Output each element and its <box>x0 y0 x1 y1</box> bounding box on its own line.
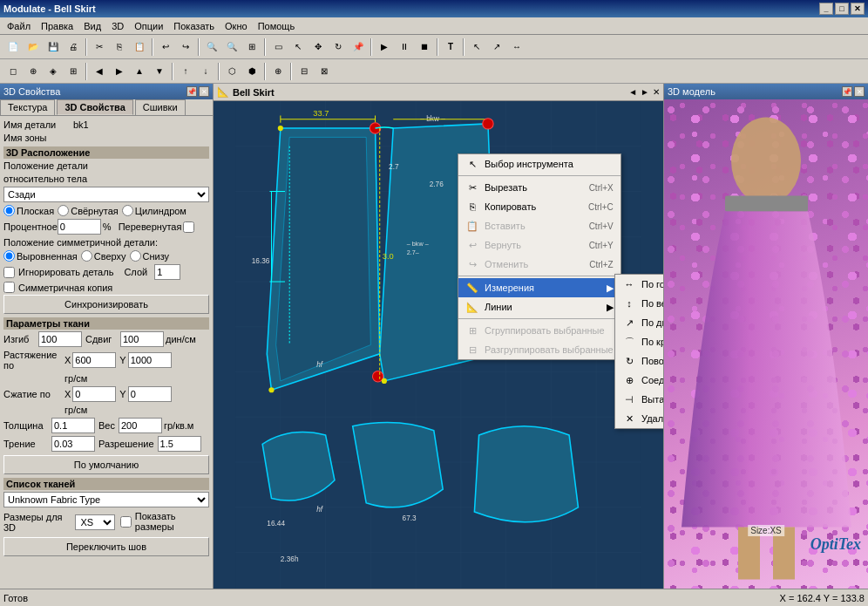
tb2-11[interactable]: ⬡ <box>222 62 241 81</box>
pattern-canvas-area[interactable]: 33.7 – bkw – 2.7 2.76 19.2 16.36 <box>214 101 663 589</box>
tab-seams[interactable]: Сшивки <box>135 99 186 115</box>
close-button[interactable]: ✕ <box>851 3 865 15</box>
submenu-diagonal[interactable]: ↗ По диагонали <box>615 313 663 332</box>
fabric-select[interactable]: Unknown Fabric Type Cotton Silk Polyeste… <box>3 492 209 507</box>
tab-3d-props[interactable]: 3D Свойства <box>57 99 132 115</box>
tb-arrow1[interactable]: ↖ <box>467 37 486 57</box>
nav-next-btn[interactable]: ► <box>641 87 649 97</box>
submenu-measure[interactable]: ↔ По горизонтали ↕ По вертикали ↗ По диа… <box>614 274 663 429</box>
switch-seam-button[interactable]: Переключить шов <box>3 537 209 556</box>
ctx-redo[interactable]: ↪ Отменить Ctrl+Z <box>458 255 620 274</box>
menu-view[interactable]: Вид <box>78 19 106 33</box>
ignore-checkbox[interactable] <box>3 267 15 278</box>
tb-redo[interactable]: ↪ <box>176 37 195 57</box>
submenu-curve[interactable]: ⌒ По кривой <box>615 332 663 351</box>
submenu-tuck[interactable]: ⊣ Вытачка <box>615 390 663 409</box>
ctx-lines[interactable]: 📐 Линии ▶ <box>458 297 620 317</box>
resolution-input[interactable] <box>158 436 201 452</box>
menu-3d[interactable]: 3D <box>106 19 129 33</box>
show-sizes-checkbox[interactable] <box>120 516 132 528</box>
tb-rect[interactable]: ▭ <box>268 37 288 57</box>
tab-texture[interactable]: Текстура <box>0 99 55 115</box>
percent-input[interactable] <box>58 219 101 235</box>
tb2-9[interactable]: ↑ <box>176 62 195 81</box>
menu-window[interactable]: Окно <box>220 19 253 33</box>
tb-print[interactable]: 🖨 <box>64 37 83 57</box>
tb2-15[interactable]: ⊠ <box>315 62 334 81</box>
compress-x-input[interactable] <box>72 386 116 402</box>
tb2-7[interactable]: ▲ <box>130 62 149 81</box>
tb-cut[interactable]: ✂ <box>90 37 109 57</box>
menu-file[interactable]: Файл <box>2 19 36 33</box>
ctx-measure[interactable]: 📏 Измерения ▶ <box>458 278 620 297</box>
menu-help[interactable]: Помощь <box>253 19 301 33</box>
stretch-y-input[interactable] <box>128 352 172 368</box>
center-close-btn[interactable]: ✕ <box>653 87 660 97</box>
tb2-10[interactable]: ↓ <box>196 62 215 81</box>
weight-input[interactable] <box>119 418 162 433</box>
tb-undo[interactable]: ↩ <box>156 37 175 57</box>
menu-show[interactable]: Показать <box>168 19 220 33</box>
tb-rotate[interactable]: ↻ <box>329 37 348 57</box>
submenu-vertical[interactable]: ↕ По вертикали <box>615 294 663 313</box>
tb-paste[interactable]: 📋 <box>130 37 149 57</box>
ctx-ungroup[interactable]: ⊟ Разгруппировать выбранные <box>458 340 620 359</box>
ctx-select-tool[interactable]: ↖ Выбор инструмента <box>458 154 620 174</box>
panel-close-btn[interactable]: ✕ <box>199 86 209 97</box>
tb2-14[interactable]: ⊟ <box>295 62 314 81</box>
tb2-1[interactable]: ◻ <box>3 62 23 81</box>
friction-input[interactable] <box>51 436 95 452</box>
panel-pin-btn[interactable]: 📌 <box>186 86 197 97</box>
tb-save[interactable]: 💾 <box>44 37 63 57</box>
tb-t[interactable]: T <box>441 37 460 57</box>
layer-input[interactable] <box>154 264 180 280</box>
tb2-6[interactable]: ▶ <box>110 62 129 81</box>
tb2-8[interactable]: ▼ <box>150 62 169 81</box>
ctx-group[interactable]: ⊞ Сгруппировать выбранные <box>458 321 620 340</box>
tb2-3[interactable]: ◈ <box>44 62 63 81</box>
ctx-paste[interactable]: 📋 Вставить Ctrl+V <box>458 216 620 235</box>
size-select[interactable]: XSSMLXL <box>75 514 115 530</box>
radio-bottom[interactable]: Снизу <box>130 250 170 262</box>
tb-new[interactable]: 📄 <box>3 37 23 57</box>
minimize-button[interactable]: _ <box>819 3 833 15</box>
ctx-undo[interactable]: ↩ Вернуть Ctrl+Y <box>458 235 620 255</box>
shift-input[interactable] <box>120 331 164 347</box>
tb-arrow2[interactable]: ↗ <box>487 37 506 57</box>
tb-move[interactable]: ✥ <box>309 37 328 57</box>
flipped-checkbox[interactable] <box>183 221 194 233</box>
tb-pin[interactable]: 📌 <box>349 37 368 57</box>
right-panel-pin-btn[interactable]: 📌 <box>842 86 852 97</box>
stretch-x-input[interactable] <box>72 352 116 368</box>
submenu-delete[interactable]: ✕ Удалить <box>615 409 663 428</box>
menu-options[interactable]: Опции <box>129 19 168 33</box>
radio-cylinder[interactable]: Цилиндром <box>122 205 186 216</box>
submenu-horizontal[interactable]: ↔ По горизонтали <box>615 275 663 294</box>
tb-sim2[interactable]: ⏸ <box>395 37 414 57</box>
radio-top[interactable]: Сверху <box>81 250 126 262</box>
submenu-rotation[interactable]: ↻ Поворота <box>615 351 663 371</box>
maximize-button[interactable]: □ <box>835 3 849 15</box>
position-select[interactable]: Сзади Спереди Слева Справа <box>3 187 209 202</box>
sync-button[interactable]: Синхронизировать <box>3 295 209 314</box>
radio-curled[interactable]: Свёрнутая <box>58 205 119 216</box>
tb-copy[interactable]: ⎘ <box>110 37 129 57</box>
tb2-12[interactable]: ⬢ <box>242 62 261 81</box>
menu-edit[interactable]: Правка <box>36 19 78 33</box>
tb-fit[interactable]: ⊞ <box>242 37 261 57</box>
nav-prev-btn[interactable]: ◄ <box>628 87 637 97</box>
default-button[interactable]: По умолчанию <box>3 455 209 474</box>
tb2-4[interactable]: ⊞ <box>64 62 83 81</box>
tb-sim3[interactable]: ⏹ <box>415 37 434 57</box>
compress-y-input[interactable] <box>128 386 172 402</box>
tb-zoom-out[interactable]: 🔍 <box>222 37 241 57</box>
sym-copy-checkbox[interactable] <box>3 282 15 293</box>
tb2-13[interactable]: ⊕ <box>268 62 288 81</box>
radio-aligned[interactable]: Выровненная <box>3 250 78 262</box>
thickness-input[interactable] <box>51 418 95 433</box>
tb-select[interactable]: ↖ <box>288 37 308 57</box>
tb-open[interactable]: 📂 <box>24 37 43 57</box>
context-menu[interactable]: ↖ Выбор инструмента ✂ Вырезать Ctrl+X ⎘ … <box>458 153 621 360</box>
submenu-connection[interactable]: ⊕ Соединение <box>615 371 663 390</box>
ctx-cut[interactable]: ✂ Вырезать Ctrl+X <box>458 178 620 197</box>
